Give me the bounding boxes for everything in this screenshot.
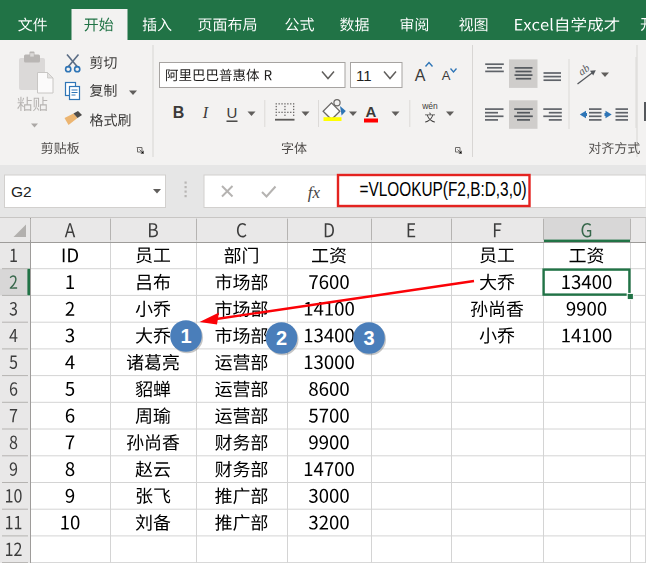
svg-text:1: 1 bbox=[180, 325, 191, 347]
svg-text:G2: G2 bbox=[11, 183, 32, 200]
svg-text:U: U bbox=[227, 104, 238, 121]
svg-text:2: 2 bbox=[276, 327, 287, 349]
svg-text:3: 3 bbox=[363, 327, 374, 349]
svg-text:=VLOOKUP(F2,B:D,3,0): =VLOOKUP(F2,B:D,3,0) bbox=[360, 179, 527, 201]
svg-text:I: I bbox=[202, 104, 209, 121]
svg-text:A: A bbox=[442, 68, 451, 83]
svg-text:A: A bbox=[415, 67, 426, 84]
svg-text:B: B bbox=[173, 104, 185, 121]
svg-text:A: A bbox=[366, 103, 377, 120]
svg-text:wén: wén bbox=[421, 101, 438, 111]
svg-text:fx: fx bbox=[308, 183, 321, 202]
svg-text:11: 11 bbox=[356, 67, 372, 84]
